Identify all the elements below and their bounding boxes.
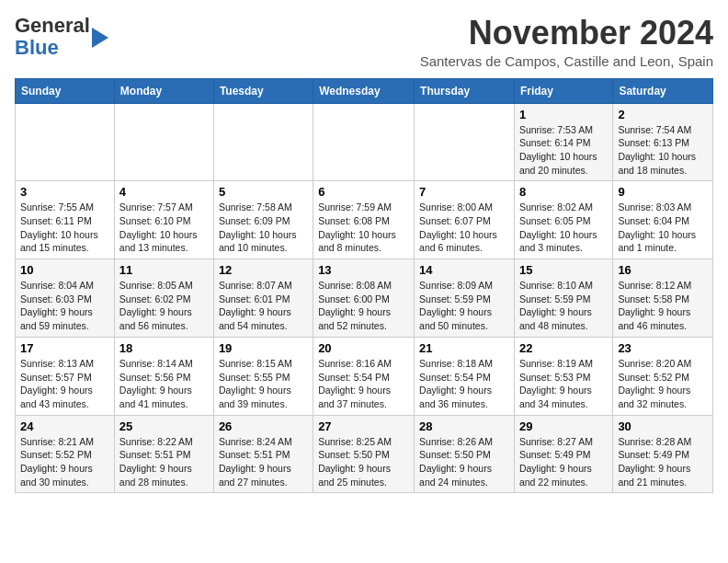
location-subtitle: Santervas de Campos, Castille and Leon, … (420, 53, 713, 69)
day-number: 6 (318, 185, 409, 199)
week-row-5: 24Sunrise: 8:21 AMSunset: 5:52 PMDayligh… (16, 415, 713, 493)
day-number: 14 (419, 263, 509, 277)
calendar-cell: 2Sunrise: 7:54 AMSunset: 6:13 PMDaylight… (613, 103, 713, 181)
day-info: Sunrise: 8:22 AMSunset: 5:51 PMDaylight:… (119, 435, 209, 489)
svg-marker-0 (92, 28, 108, 48)
calendar-cell: 16Sunrise: 8:12 AMSunset: 5:58 PMDayligh… (613, 259, 713, 338)
day-number: 19 (219, 341, 308, 355)
calendar-cell: 23Sunrise: 8:20 AMSunset: 5:52 PMDayligh… (613, 337, 713, 415)
day-info: Sunrise: 8:07 AMSunset: 6:01 PMDaylight:… (219, 279, 308, 333)
calendar-cell: 21Sunrise: 8:18 AMSunset: 5:54 PMDayligh… (415, 337, 515, 415)
calendar-cell (213, 103, 313, 181)
day-number: 15 (519, 263, 608, 277)
day-number: 3 (20, 185, 109, 199)
week-row-2: 3Sunrise: 7:55 AMSunset: 6:11 PMDaylight… (16, 181, 713, 259)
day-info: Sunrise: 8:02 AMSunset: 6:05 PMDaylight:… (519, 201, 608, 255)
col-header-wednesday: Wednesday (313, 78, 415, 103)
day-number: 22 (519, 341, 608, 355)
calendar-cell (415, 103, 515, 181)
calendar-cell: 19Sunrise: 8:15 AMSunset: 5:55 PMDayligh… (213, 337, 313, 415)
col-header-friday: Friday (514, 78, 612, 103)
day-number: 25 (119, 419, 209, 433)
calendar-cell: 28Sunrise: 8:26 AMSunset: 5:50 PMDayligh… (415, 415, 515, 493)
day-number: 17 (20, 341, 109, 355)
logo: General Blue (15, 15, 108, 59)
day-info: Sunrise: 8:20 AMSunset: 5:52 PMDaylight:… (618, 357, 708, 411)
day-number: 4 (119, 185, 209, 199)
day-info: Sunrise: 8:28 AMSunset: 5:49 PMDaylight:… (618, 435, 708, 489)
day-info: Sunrise: 7:53 AMSunset: 6:14 PMDaylight:… (519, 123, 608, 178)
calendar-cell: 10Sunrise: 8:04 AMSunset: 6:03 PMDayligh… (16, 259, 115, 338)
calendar-cell: 4Sunrise: 7:57 AMSunset: 6:10 PMDaylight… (114, 181, 213, 259)
day-info: Sunrise: 7:55 AMSunset: 6:11 PMDaylight:… (20, 201, 109, 255)
day-info: Sunrise: 7:58 AMSunset: 6:09 PMDaylight:… (219, 201, 308, 255)
week-row-4: 17Sunrise: 8:13 AMSunset: 5:57 PMDayligh… (16, 337, 713, 415)
day-number: 9 (618, 185, 708, 199)
calendar-header: SundayMondayTuesdayWednesdayThursdayFrid… (16, 78, 713, 103)
day-number: 1 (519, 108, 608, 121)
day-info: Sunrise: 8:21 AMSunset: 5:52 PMDaylight:… (20, 435, 109, 489)
calendar-cell: 26Sunrise: 8:24 AMSunset: 5:51 PMDayligh… (213, 415, 313, 493)
calendar-cell: 7Sunrise: 8:00 AMSunset: 6:07 PMDaylight… (415, 181, 515, 259)
logo-arrow-icon (92, 28, 108, 48)
calendar-cell: 5Sunrise: 7:58 AMSunset: 6:09 PMDaylight… (213, 181, 313, 259)
day-info: Sunrise: 7:57 AMSunset: 6:10 PMDaylight:… (119, 201, 209, 255)
day-info: Sunrise: 8:05 AMSunset: 6:02 PMDaylight:… (119, 279, 209, 333)
day-number: 12 (219, 263, 308, 277)
calendar-cell: 17Sunrise: 8:13 AMSunset: 5:57 PMDayligh… (16, 337, 115, 415)
day-info: Sunrise: 8:09 AMSunset: 5:59 PMDaylight:… (419, 279, 509, 333)
day-info: Sunrise: 8:14 AMSunset: 5:56 PMDaylight:… (119, 357, 209, 411)
day-info: Sunrise: 8:08 AMSunset: 6:00 PMDaylight:… (318, 279, 409, 333)
week-row-3: 10Sunrise: 8:04 AMSunset: 6:03 PMDayligh… (16, 259, 713, 338)
calendar-cell (16, 103, 115, 181)
calendar-cell: 18Sunrise: 8:14 AMSunset: 5:56 PMDayligh… (114, 337, 213, 415)
day-number: 30 (618, 419, 708, 433)
month-title: November 2024 (420, 15, 713, 52)
day-number: 8 (519, 185, 608, 199)
title-block: November 2024 Santervas de Campos, Casti… (420, 15, 713, 69)
calendar-table: SundayMondayTuesdayWednesdayThursdayFrid… (15, 78, 713, 494)
day-number: 27 (318, 419, 409, 433)
day-number: 26 (219, 419, 308, 433)
week-row-1: 1Sunrise: 7:53 AMSunset: 6:14 PMDaylight… (16, 103, 713, 181)
calendar-cell: 8Sunrise: 8:02 AMSunset: 6:05 PMDaylight… (514, 181, 612, 259)
calendar-cell (313, 103, 415, 181)
day-number: 18 (119, 341, 209, 355)
day-number: 5 (219, 185, 308, 199)
calendar-cell: 13Sunrise: 8:08 AMSunset: 6:00 PMDayligh… (313, 259, 415, 338)
day-info: Sunrise: 8:04 AMSunset: 6:03 PMDaylight:… (20, 279, 109, 333)
calendar-cell: 27Sunrise: 8:25 AMSunset: 5:50 PMDayligh… (313, 415, 415, 493)
col-header-sunday: Sunday (16, 78, 115, 103)
page-header: General Blue November 2024 Santervas de … (15, 15, 713, 69)
calendar-cell: 15Sunrise: 8:10 AMSunset: 5:59 PMDayligh… (514, 259, 612, 338)
calendar-cell: 29Sunrise: 8:27 AMSunset: 5:49 PMDayligh… (514, 415, 612, 493)
day-info: Sunrise: 7:59 AMSunset: 6:08 PMDaylight:… (318, 201, 409, 255)
day-info: Sunrise: 8:13 AMSunset: 5:57 PMDaylight:… (20, 357, 109, 411)
calendar-cell: 25Sunrise: 8:22 AMSunset: 5:51 PMDayligh… (114, 415, 213, 493)
day-number: 13 (318, 263, 409, 277)
calendar-cell: 14Sunrise: 8:09 AMSunset: 5:59 PMDayligh… (415, 259, 515, 338)
col-header-tuesday: Tuesday (213, 78, 313, 103)
day-number: 2 (618, 108, 708, 121)
calendar-cell: 6Sunrise: 7:59 AMSunset: 6:08 PMDaylight… (313, 181, 415, 259)
day-info: Sunrise: 8:15 AMSunset: 5:55 PMDaylight:… (219, 357, 308, 411)
calendar-cell: 24Sunrise: 8:21 AMSunset: 5:52 PMDayligh… (16, 415, 115, 493)
col-header-monday: Monday (114, 78, 213, 103)
calendar-cell (114, 103, 213, 181)
day-info: Sunrise: 7:54 AMSunset: 6:13 PMDaylight:… (618, 123, 708, 178)
day-info: Sunrise: 8:10 AMSunset: 5:59 PMDaylight:… (519, 279, 608, 333)
logo-text: General Blue (15, 15, 90, 59)
day-info: Sunrise: 8:26 AMSunset: 5:50 PMDaylight:… (419, 435, 509, 489)
calendar-cell: 12Sunrise: 8:07 AMSunset: 6:01 PMDayligh… (213, 259, 313, 338)
calendar-cell: 22Sunrise: 8:19 AMSunset: 5:53 PMDayligh… (514, 337, 612, 415)
day-number: 23 (618, 341, 708, 355)
day-info: Sunrise: 8:19 AMSunset: 5:53 PMDaylight:… (519, 357, 608, 411)
day-info: Sunrise: 8:27 AMSunset: 5:49 PMDaylight:… (519, 435, 608, 489)
day-number: 7 (419, 185, 509, 199)
col-header-thursday: Thursday (415, 78, 515, 103)
calendar-cell: 3Sunrise: 7:55 AMSunset: 6:11 PMDaylight… (16, 181, 115, 259)
day-info: Sunrise: 8:18 AMSunset: 5:54 PMDaylight:… (419, 357, 509, 411)
calendar-cell: 20Sunrise: 8:16 AMSunset: 5:54 PMDayligh… (313, 337, 415, 415)
day-info: Sunrise: 8:12 AMSunset: 5:58 PMDaylight:… (618, 279, 708, 333)
logo-general: General (15, 14, 90, 37)
